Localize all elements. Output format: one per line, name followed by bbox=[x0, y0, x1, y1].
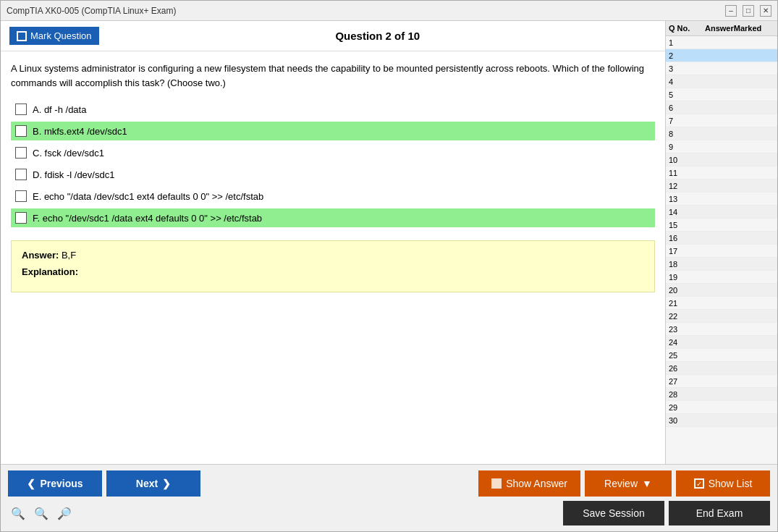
choice-checkbox-e[interactable] bbox=[15, 190, 27, 202]
bottom-buttons-row1: ❮ Previous Next ❯ Show Answer Review ▼ ✓… bbox=[8, 470, 770, 497]
zoom-in-button[interactable]: 🔍 bbox=[8, 505, 28, 522]
review-label: Review bbox=[604, 478, 638, 489]
sidebar-row[interactable]: 11 bbox=[666, 166, 777, 180]
next-button[interactable]: Next ❯ bbox=[106, 470, 200, 497]
sidebar-row-num: 2 bbox=[669, 51, 705, 60]
question-body: A Linux systems administrator is configu… bbox=[1, 51, 665, 96]
sidebar-row-num: 7 bbox=[669, 117, 705, 125]
zoom-controls: 🔍 🔍 🔎 bbox=[8, 505, 75, 522]
sidebar-row[interactable]: 16 bbox=[666, 232, 777, 245]
previous-chevron-icon: ❮ bbox=[27, 478, 35, 489]
sidebar-header-marked: Marked bbox=[734, 24, 777, 33]
show-list-check-icon: ✓ bbox=[694, 478, 704, 489]
sidebar-row[interactable]: 12 bbox=[666, 180, 777, 193]
choice-row-c[interactable]: C. fsck /dev/sdc1 bbox=[11, 143, 655, 162]
sidebar-row-num: 26 bbox=[669, 364, 705, 373]
main-panel: Mark Question Question 2 of 10 A Linux s… bbox=[1, 21, 665, 464]
sidebar-row[interactable]: 3 bbox=[666, 62, 777, 75]
answer-value: B,F bbox=[62, 250, 76, 261]
sidebar-row[interactable]: 2 bbox=[666, 49, 777, 62]
choice-row-a[interactable]: A. df -h /data bbox=[11, 100, 655, 119]
sidebar-header-qno: Q No. bbox=[669, 24, 705, 33]
sidebar-row[interactable]: 17 bbox=[666, 245, 777, 258]
end-exam-label: End Exam bbox=[696, 507, 743, 519]
sidebar-row[interactable]: 21 bbox=[666, 297, 777, 310]
review-button[interactable]: Review ▼ bbox=[585, 470, 672, 497]
sidebar-row-num: 4 bbox=[669, 77, 705, 86]
sidebar-row-num: 23 bbox=[669, 325, 705, 334]
sidebar-row-num: 13 bbox=[669, 195, 705, 203]
sidebar-row[interactable]: 29 bbox=[666, 401, 777, 414]
sidebar-row-num: 8 bbox=[669, 130, 705, 138]
sidebar-row[interactable]: 1 bbox=[666, 36, 777, 49]
sidebar-row[interactable]: 7 bbox=[666, 114, 777, 127]
end-exam-button[interactable]: End Exam bbox=[669, 501, 770, 525]
choice-checkbox-b[interactable] bbox=[15, 125, 27, 137]
zoom-out-button[interactable]: 🔎 bbox=[54, 505, 75, 522]
sidebar-row[interactable]: 28 bbox=[666, 388, 777, 401]
choice-label-c: C. fsck /dev/sdc1 bbox=[33, 148, 104, 159]
sidebar-row[interactable]: 5 bbox=[666, 88, 777, 101]
choice-checkbox-c[interactable] bbox=[15, 147, 27, 159]
sidebar-row[interactable]: 26 bbox=[666, 362, 777, 375]
bottom-bar: ❮ Previous Next ❯ Show Answer Review ▼ ✓… bbox=[1, 464, 777, 531]
sidebar-row[interactable]: 30 bbox=[666, 414, 777, 427]
sidebar-row[interactable]: 10 bbox=[666, 153, 777, 166]
show-list-label: Show List bbox=[709, 478, 753, 489]
sidebar-row[interactable]: 22 bbox=[666, 310, 777, 323]
sidebar-row[interactable]: 14 bbox=[666, 206, 777, 219]
sidebar-row[interactable]: 20 bbox=[666, 284, 777, 297]
sidebar-row-num: 17 bbox=[669, 247, 705, 256]
sidebar-row[interactable]: 8 bbox=[666, 127, 777, 140]
choice-row-e[interactable]: E. echo "/data /dev/sdc1 ext4 defaults 0… bbox=[11, 187, 655, 206]
choice-checkbox-a[interactable] bbox=[15, 104, 27, 115]
choice-row-d[interactable]: D. fdisk -l /dev/sdc1 bbox=[11, 165, 655, 184]
sidebar-row[interactable]: 9 bbox=[666, 140, 777, 153]
sidebar-header: Q No. Answer Marked bbox=[666, 21, 777, 36]
previous-button[interactable]: ❮ Previous bbox=[8, 470, 102, 497]
maximize-button[interactable]: □ bbox=[743, 5, 754, 17]
choices-area: A. df -h /data B. mkfs.ext4 /dev/sdc1 C.… bbox=[1, 96, 665, 232]
sidebar-row-num: 29 bbox=[669, 403, 705, 412]
choice-checkbox-f[interactable] bbox=[15, 212, 27, 224]
sidebar-row[interactable]: 13 bbox=[666, 193, 777, 206]
sidebar-header-answer: Answer bbox=[705, 24, 734, 33]
sidebar-row-num: 15 bbox=[669, 221, 705, 229]
sidebar-row-num: 18 bbox=[669, 260, 705, 269]
sidebar-row-num: 3 bbox=[669, 64, 705, 73]
sidebar-row[interactable]: 25 bbox=[666, 349, 777, 362]
mark-question-button[interactable]: Mark Question bbox=[9, 27, 99, 45]
sidebar-row[interactable]: 24 bbox=[666, 336, 777, 349]
answer-box: Answer: B,F Explanation: bbox=[11, 240, 655, 292]
sidebar-list[interactable]: 1234567891011121314151617181920212223242… bbox=[666, 36, 777, 464]
choice-label-a: A. df -h /data bbox=[33, 104, 86, 115]
question-title: Question 2 of 10 bbox=[99, 30, 656, 42]
choice-label-f: F. echo "/dev/sdc1 /data ext4 defaults 0… bbox=[33, 213, 262, 224]
previous-label: Previous bbox=[40, 478, 83, 489]
sidebar-row[interactable]: 19 bbox=[666, 271, 777, 284]
close-button[interactable]: ✕ bbox=[760, 5, 771, 17]
app-window: CompTIA XK0-005 (CompTIA Linux+ Exam) – … bbox=[0, 0, 778, 532]
sidebar-row[interactable]: 23 bbox=[666, 323, 777, 336]
zoom-reset-button[interactable]: 🔍 bbox=[31, 505, 51, 522]
choice-row-f[interactable]: F. echo "/dev/sdc1 /data ext4 defaults 0… bbox=[11, 208, 655, 227]
toolbar: Mark Question Question 2 of 10 bbox=[1, 21, 665, 51]
bottom-buttons-row2: 🔍 🔍 🔎 Save Session End Exam bbox=[8, 501, 770, 525]
sidebar: Q No. Answer Marked 12345678910111213141… bbox=[665, 21, 777, 464]
sidebar-row[interactable]: 27 bbox=[666, 375, 777, 388]
choice-checkbox-d[interactable] bbox=[15, 169, 27, 180]
minimize-button[interactable]: – bbox=[725, 5, 737, 17]
show-answer-button[interactable]: Show Answer bbox=[478, 470, 580, 497]
show-list-button[interactable]: ✓ Show List bbox=[676, 470, 770, 497]
mark-question-label: Mark Question bbox=[30, 30, 92, 41]
sidebar-row[interactable]: 18 bbox=[666, 258, 777, 271]
answer-line: Answer: B,F bbox=[22, 250, 644, 261]
sidebar-row[interactable]: 4 bbox=[666, 75, 777, 88]
window-title: CompTIA XK0-005 (CompTIA Linux+ Exam) bbox=[7, 6, 176, 16]
explanation-line: Explanation: bbox=[22, 266, 644, 277]
sidebar-row[interactable]: 6 bbox=[666, 101, 777, 114]
sidebar-row[interactable]: 15 bbox=[666, 219, 777, 232]
show-answer-label: Show Answer bbox=[506, 478, 567, 489]
save-session-button[interactable]: Save Session bbox=[563, 501, 664, 525]
choice-row-b[interactable]: B. mkfs.ext4 /dev/sdc1 bbox=[11, 122, 655, 140]
